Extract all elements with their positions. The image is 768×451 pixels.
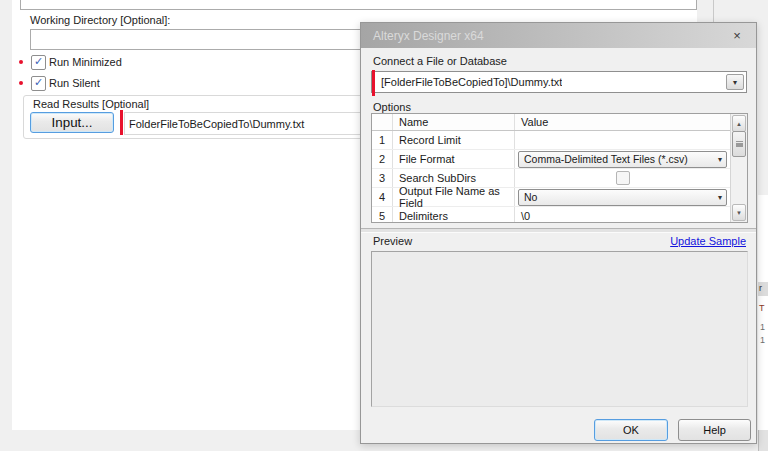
read-results-label: Read Results [Optional] (30, 98, 152, 110)
occluded-text-fragment: r (759, 283, 762, 293)
table-row[interactable]: 5 Delimiters \0 (372, 207, 730, 223)
required-marker-bar (372, 70, 375, 96)
scrollbar-thumb[interactable] (732, 131, 746, 157)
check-icon: ✓ (34, 56, 43, 67)
required-dot-icon (19, 60, 23, 64)
options-label: Options (373, 101, 411, 113)
dialog-titlebar[interactable]: Alteryx Designer x64 × (361, 23, 756, 48)
checkbox-label: Run Silent (49, 77, 100, 89)
occluded-text-fragment: 1 (760, 322, 765, 332)
read-results-file-value: FolderFileToBeCopiedTo\Dummy.txt (129, 118, 304, 130)
checkbox-run-minimized[interactable]: ✓ (31, 55, 46, 70)
column-header-value[interactable]: Value (515, 114, 730, 130)
scroll-up-icon[interactable]: ▲ (732, 115, 746, 132)
file-combo-value: [FolderFileToBeCopiedTo]\Dummy.txt (372, 76, 562, 88)
scroll-down-icon[interactable]: ▼ (732, 204, 746, 221)
splitter-handle[interactable] (361, 228, 756, 233)
help-button[interactable]: Help (678, 419, 751, 441)
chevron-down-icon: ▾ (718, 155, 722, 164)
working-directory-label: Working Directory [Optional]: (30, 14, 170, 26)
screenshot-root: Working Directory [Optional]: ✓ Run Mini… (0, 0, 768, 451)
ok-button[interactable]: OK (594, 419, 668, 441)
options-table: Name Value 1 Record Limit 2 File Format … (371, 113, 748, 223)
chevron-down-icon: ▾ (718, 193, 722, 202)
value-dropdown[interactable]: No▾ (518, 189, 727, 206)
options-table-scrollbar[interactable]: ▲ ▼ (730, 114, 747, 222)
connect-file-label: Connect a File or Database (373, 55, 507, 67)
table-header: Name Value (372, 114, 730, 131)
preview-area (371, 251, 748, 407)
truncated-top-input[interactable] (20, 0, 697, 10)
preview-label: Preview (373, 235, 412, 247)
input-button[interactable]: Input... (30, 112, 114, 133)
required-dot-icon (19, 81, 23, 85)
value-dropdown[interactable]: Comma-Delimited Text Files (*.csv)▾ (518, 151, 727, 168)
chevron-down-icon[interactable]: ▾ (726, 74, 744, 90)
checkbox-run-silent[interactable]: ✓ (31, 76, 46, 91)
close-icon[interactable]: × (722, 23, 752, 48)
alteryx-input-dialog: Alteryx Designer x64 × Connect a File or… (360, 22, 757, 444)
table-row[interactable]: 4 Output File Name as Field No▾ (372, 188, 730, 207)
file-combo[interactable]: [FolderFileToBeCopiedTo]\Dummy.txt ▾ (371, 71, 747, 93)
column-header-name[interactable]: Name (393, 114, 515, 130)
check-icon: ✓ (34, 77, 43, 88)
dialog-title: Alteryx Designer x64 (361, 29, 484, 43)
occluded-window-sliver: r T 1 1 (758, 195, 768, 430)
checkbox-label: Run Minimized (49, 56, 122, 68)
update-sample-link[interactable]: Update Sample (670, 235, 746, 247)
occluded-text-fragment: T (759, 303, 765, 313)
occluded-window-corner (758, 430, 768, 451)
table-row[interactable]: 1 Record Limit (372, 131, 730, 150)
value-checkbox[interactable] (616, 171, 630, 185)
table-row[interactable]: 2 File Format Comma-Delimited Text Files… (372, 150, 730, 169)
required-marker-bar (120, 110, 123, 135)
occluded-text-fragment: 1 (760, 335, 765, 345)
